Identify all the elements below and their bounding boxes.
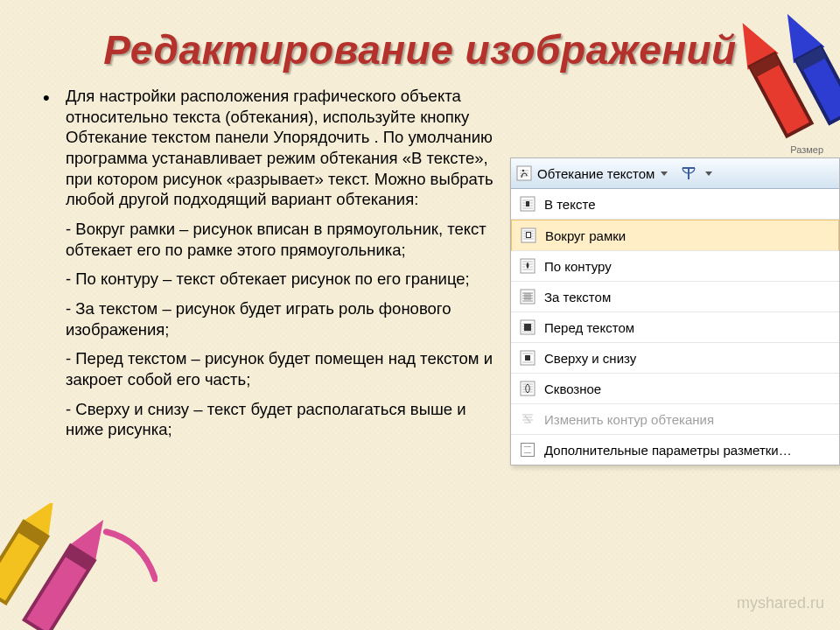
svg-rect-24: [24, 546, 94, 630]
svg-rect-25: [64, 546, 94, 571]
svg-rect-10: [524, 324, 531, 331]
menu-item-through[interactable]: Сквозное: [511, 374, 839, 404]
rotate-button[interactable]: [678, 164, 699, 183]
wrap-inline-icon: [520, 196, 536, 212]
svg-marker-23: [68, 511, 116, 563]
wrap-tight-icon: [520, 258, 536, 274]
crayon-decoration-icon: [715, 0, 840, 151]
svg-rect-22: [18, 522, 48, 547]
svg-point-1: [522, 170, 524, 172]
wrap-topbottom-icon: [520, 350, 536, 366]
menu-item-in-line[interactable]: В тексте: [511, 189, 839, 220]
definition-item: - За текстом – рисунок будет играть роль…: [39, 298, 494, 340]
menu-item-label: Перед текстом: [544, 320, 634, 335]
menu-item-label: В тексте: [544, 197, 596, 212]
svg-rect-18: [796, 47, 840, 123]
menu-item-square[interactable]: Вокруг рамки: [511, 220, 839, 251]
svg-rect-8: [524, 293, 531, 300]
wrap-text-button[interactable]: Обтекание текстом: [511, 158, 839, 189]
menu-item-front[interactable]: Перед текстом: [511, 312, 839, 343]
menu-item-label: Сверху и снизу: [544, 351, 636, 366]
svg-rect-4: [522, 228, 536, 242]
crayon-decoration-icon: [0, 503, 158, 630]
chevron-down-icon: [705, 172, 712, 176]
menu-item-label: За текстом: [544, 290, 611, 304]
menu-item-behind[interactable]: За текстом: [511, 282, 839, 312]
definition-item: - По контуру – текст обтекает рисунок по…: [39, 269, 494, 290]
slide: Редактирование изображений Для настройки…: [0, 0, 840, 630]
page-title: Редактирование изображений: [39, 26, 801, 74]
wrap-square-icon: [521, 228, 536, 243]
ribbon-group-hint: Размер: [790, 144, 823, 155]
lead-paragraph: Для настройки расположения графического …: [39, 86, 494, 210]
svg-rect-3: [526, 201, 529, 206]
definition-item: - Вокруг рамки – рисунок вписан в прямоу…: [39, 219, 494, 260]
menu-item-edit-contour: Изменить контур обтекания: [511, 404, 839, 435]
menu-item-more-layout[interactable]: Дополнительные параметры разметки…: [511, 435, 839, 465]
definition-item: - Перед текстом – рисунок будет помещен …: [39, 348, 494, 389]
svg-rect-12: [525, 355, 530, 360]
wrap-behind-icon: [520, 289, 536, 304]
menu-item-label: Вокруг рамки: [545, 228, 626, 243]
menu-item-label: Дополнительные параметры разметки…: [544, 443, 792, 458]
wrap-text-menu: Размер Обтекание текстом В тексте Вокруг…: [510, 158, 840, 466]
body-text: Для настройки расположения графического …: [39, 86, 494, 440]
wrap-front-icon: [520, 319, 536, 335]
wrap-text-label: Обтекание текстом: [537, 166, 654, 181]
more-layout-icon: [520, 442, 536, 458]
menu-item-label: Изменить контур обтекания: [544, 412, 714, 427]
svg-rect-21: [0, 522, 47, 603]
chevron-down-icon: [661, 172, 668, 176]
svg-marker-20: [21, 503, 66, 539]
watermark: myshared.ru: [737, 594, 824, 612]
wrap-text-icon: [516, 165, 532, 181]
menu-item-label: Сквозное: [544, 382, 601, 396]
menu-item-tight[interactable]: По контуру: [511, 251, 839, 282]
wrap-through-icon: [520, 381, 536, 396]
menu-item-top-bottom[interactable]: Сверху и снизу: [511, 343, 839, 374]
menu-item-label: По контуру: [544, 259, 612, 274]
definition-item: - Сверху и снизу – текст будет располага…: [39, 399, 494, 440]
edit-wrap-points-icon: [520, 411, 536, 427]
